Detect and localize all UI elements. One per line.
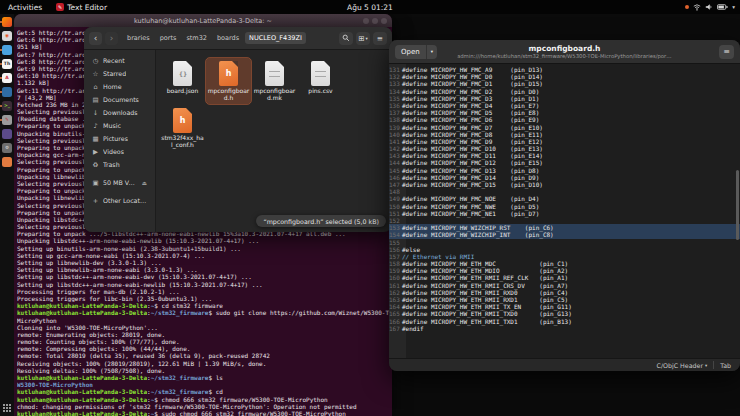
dock-item-terminal[interactable]: >_	[2, 101, 12, 111]
show-apps-button[interactable]	[2, 403, 12, 413]
dock-item-code-editor[interactable]	[2, 87, 12, 97]
system-status-area[interactable]: ▾	[685, 0, 735, 14]
line-number: 155	[389, 239, 402, 246]
selection-status-toast: “mpconfigboard.h” selected (5,0 kB)	[256, 215, 386, 227]
sidebar-item-label: 50 MB Volume	[103, 179, 138, 186]
sidebar-item-starred[interactable]: ☆Starred	[87, 67, 152, 80]
code-text: #define MICROPY_HW_ETH_RMII_TXD1 (pin_B1…	[402, 318, 572, 325]
breadcrumb-segment-nucleo_f439zi[interactable]: NUCLEO_F439ZI	[245, 32, 306, 44]
file-icon-json: { }	[173, 61, 192, 86]
close-button[interactable]	[381, 18, 387, 24]
sidebar-item-pictures[interactable]: ▦Pictures	[87, 132, 152, 145]
sidebar-item-music[interactable]: ♪Music	[87, 119, 152, 132]
code-text: #define MICROPY_HW_FMC_D6 (pin_E9)	[402, 116, 539, 123]
sidebar-item-50-mb-volume[interactable]: ▣50 MB Volume⏏	[87, 176, 152, 189]
sidebar-item-other-locations[interactable]: +Other Locations	[87, 194, 152, 207]
code-line: 131#define MICROPY_HW_FMC_A9 (pin_D13)	[389, 66, 740, 73]
dock-item-thonny[interactable]: Th	[2, 59, 12, 69]
running-indicator	[0, 49, 2, 51]
scrollbar-thumb[interactable]	[736, 170, 739, 240]
editor-menu-button[interactable]: ≡	[719, 45, 734, 59]
code-line: 146#define MICROPY_HW_FMC_D14 (pin_D9)	[389, 174, 740, 181]
clock-button[interactable]: Ağu 5 01:21	[347, 0, 393, 14]
code-area[interactable]: 131#define MICROPY_HW_FMC_A9 (pin_D13)13…	[389, 64, 740, 358]
maximize-button[interactable]	[372, 18, 378, 24]
code-text: #define MICROPY_HW_FMC_D10 (pin_E13)	[402, 145, 543, 152]
dock-item-software-center[interactable]: ◉	[2, 31, 12, 41]
terminal-line: Setting up libstdc++-arm-none-eabi-dev (…	[17, 273, 389, 280]
open-button-label[interactable]: Open	[395, 45, 426, 59]
file-item-pins-csv[interactable]: pins.csv	[298, 58, 343, 104]
breadcrumb-segment-braries[interactable]: braries	[123, 32, 154, 44]
open-button[interactable]: Open ▾	[395, 45, 437, 59]
volume-icon	[705, 3, 713, 11]
open-caret-icon[interactable]: ▾	[426, 45, 437, 59]
files-grid: { }board.jsonhmpconfigboard.hmpconfigboa…	[156, 50, 392, 232]
sidebar-item-recent[interactable]: ◷Recent	[87, 54, 152, 67]
line-number: 141	[389, 138, 402, 145]
code-line: 160#define MICROPY_HW_ETH_RMII_REF_CLK (…	[389, 274, 740, 281]
line-number: 145	[389, 167, 402, 174]
language-selector[interactable]: C/ObjC Header▾	[657, 362, 708, 369]
files-menu-button[interactable]: ≡	[373, 32, 387, 45]
terminal-titlebar[interactable]: kutluhan@kutluhan-LattePanda-3-Delta: ~	[14, 14, 392, 27]
sidebar-item-label: Other Locations	[103, 197, 147, 204]
breadcrumb-segment-ports[interactable]: ports	[156, 32, 181, 44]
hamburger-icon: ≡	[723, 47, 730, 56]
dock-item-files[interactable]	[2, 45, 12, 55]
eject-icon[interactable]: ⏏	[142, 180, 147, 186]
code-line: 145#define MICROPY_HW_FMC_D13 (pin_D8)	[389, 167, 740, 174]
terminal-line: kutluhan@kutluhan-LattePanda-3-Delta:~$ …	[17, 396, 389, 403]
line-number: 161	[389, 282, 402, 289]
sidebar-item-home[interactable]: ⌂Home	[87, 80, 152, 93]
line-number: 147	[389, 181, 402, 188]
window-controls[interactable]	[363, 18, 387, 24]
focused-app-indicator[interactable]: ✎ Text Editor	[50, 0, 113, 14]
sidebar-item-documents[interactable]: ▤Documents	[87, 93, 152, 106]
terminal-line: remote: Compressing objects: 100% (44/44…	[17, 345, 389, 352]
code-line: 163#define MICROPY_HW_ETH_RMII_RXD1 (pin…	[389, 296, 740, 303]
terminal-line: remote: Total 28019 (delta 35), reused 3…	[17, 352, 389, 359]
wifi-icon	[693, 3, 701, 11]
line-number: 132	[389, 73, 402, 80]
file-item-mpconfigboard-mk[interactable]: mpconfigboard.mk	[252, 58, 297, 104]
terminal-line: remote: Counting objects: 100% (77/77), …	[17, 338, 389, 345]
document-title: mpconfigboard.h	[457, 44, 672, 53]
trash-icon: ♻	[92, 161, 99, 169]
sidebar-item-label: Recent	[103, 57, 125, 64]
dock-item-settings[interactable]: ⚙	[2, 143, 12, 153]
tab-indicator[interactable]: Tab	[720, 362, 731, 369]
dock-item-libreoffice[interactable]	[2, 129, 12, 139]
search-button[interactable]	[339, 32, 353, 45]
document-path: admin:///home/kutluhan/stm32_firmware/W5…	[457, 53, 672, 59]
sidebar-item-downloads[interactable]: ↓Downloads	[87, 106, 152, 119]
file-item-board-json[interactable]: { }board.json	[160, 58, 205, 104]
forward-button[interactable]: ›	[105, 32, 118, 45]
code-text: #endif	[402, 325, 424, 332]
dock-item-text-editor[interactable]: ✎	[2, 115, 12, 125]
breadcrumb-segment-stm32[interactable]: stm32	[182, 32, 211, 44]
terminal-line: Setting up gcc-arm-none-eabi (15:10.3-20…	[17, 252, 389, 259]
home-icon: ⌂	[92, 83, 99, 91]
videos-icon: ▶	[92, 148, 99, 156]
dock-item-firefox[interactable]	[2, 17, 12, 27]
dock-item-arduino-ide[interactable]: A	[2, 73, 12, 83]
sidebar-item-label: Pictures	[103, 135, 128, 142]
breadcrumb-segment-boards[interactable]: boards	[213, 32, 243, 44]
sidebar-item-videos[interactable]: ▶Videos	[87, 145, 152, 158]
back-button[interactable]: ‹	[89, 32, 102, 45]
file-icon-csv	[311, 61, 330, 86]
sidebar-item-label: Downloads	[103, 109, 138, 116]
terminal-line: Resolving deltas: 100% (7508/7508), done…	[17, 367, 389, 374]
code-text: #define MICROPY_HW_FMC_D7 (pin_E10)	[402, 124, 543, 131]
code-text: #define MICROPY_HW_FMC_D15 (pin_D10)	[402, 181, 543, 188]
app-indicator-icon[interactable]	[685, 5, 689, 9]
file-item-mpconfigboard-h[interactable]: hmpconfigboard.h	[206, 58, 251, 104]
minimize-button[interactable]	[363, 18, 369, 24]
dock-item-software-updater[interactable]	[2, 157, 12, 167]
activities-button[interactable]: Activities	[0, 0, 50, 14]
file-item-stm32f4xx-hal-conf-h[interactable]: hstm32f4xx_hal_conf.h	[160, 105, 205, 151]
sidebar-item-trash[interactable]: ♻Trash	[87, 158, 152, 171]
view-toggle-button[interactable]: ⊞▾	[356, 32, 370, 45]
terminal-line: kutluhan@kutluhan-LattePanda-3-Delta:~$ …	[17, 302, 389, 309]
